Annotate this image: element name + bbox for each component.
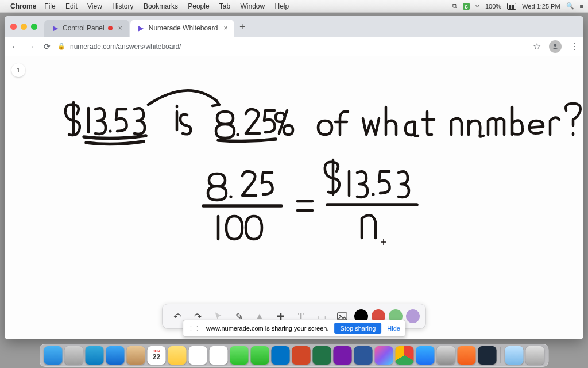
wifi-icon[interactable]: ⌔ [475,3,479,10]
dock-photos[interactable] [210,346,228,365]
dock-notes[interactable] [168,346,187,365]
dock-launchpad[interactable] [65,346,83,365]
dropbox-icon[interactable]: ⧉ [452,2,457,10]
minimize-window-button[interactable] [21,24,27,30]
dock-word[interactable] [354,346,373,365]
screencast-icon[interactable]: c [463,3,470,10]
menu-history[interactable]: History [112,2,133,10]
dock-itunes[interactable] [375,346,393,365]
stop-sharing-button[interactable]: Stop sharing [334,323,381,334]
tab2-close-icon[interactable]: × [223,24,227,32]
spotlight-icon[interactable]: 🔍 [566,2,574,10]
dock-safari[interactable] [86,346,104,365]
address-bar[interactable] [70,43,219,51]
svg-point-1 [109,129,111,132]
window-controls [10,24,37,30]
tab1-favicon-icon: ▶ [51,24,59,32]
tab2-title: Numerade Whiteboard [149,24,218,32]
dock-excel[interactable] [313,346,331,365]
dock-outlook[interactable] [272,346,290,365]
screenshare-bar: ⋮⋮ www.numerade.com is sharing your scre… [183,320,405,337]
sharebar-message: www.numerade.com is sharing your screen. [206,325,328,332]
dock-folder[interactable] [505,346,524,365]
dock-trash[interactable] [526,346,544,365]
forward-button[interactable]: → [25,42,37,51]
reload-button[interactable]: ⟳ [41,42,53,51]
menu-help[interactable]: Help [275,2,289,10]
hide-sharebar-button[interactable]: Hide [387,325,400,332]
dock-app2[interactable] [478,346,497,365]
page-content: 1 [5,56,583,339]
macos-dock: JUN22 [40,344,549,367]
battery-icon: ▮▮ [507,3,516,10]
menu-tab[interactable]: Tab [219,2,230,10]
svg-point-4 [372,193,374,195]
menu-people[interactable]: People [188,2,209,10]
dock-chrome[interactable] [396,346,414,365]
menubar-menus: File Edit View History Bookmarks People … [44,2,297,10]
chrome-menu-icon[interactable]: ⋮ [570,41,579,52]
svg-point-0 [554,44,557,47]
chrome-window: ▶ Control Panel × ▶ Numerade Whiteboard … [5,16,583,339]
menubar-app-name[interactable]: Chrome [10,2,36,10]
dock-settings[interactable] [437,346,455,365]
dock-mail[interactable] [106,346,125,365]
svg-point-2 [236,133,239,136]
window-tabstrip: ▶ Control Panel × ▶ Numerade Whiteboard … [5,16,583,37]
menubar-status: ⧉ c ⌔ 100% ▮▮ Wed 1:25 PM 🔍 ≡ [452,2,583,10]
dock-app1[interactable] [458,346,476,365]
menu-view[interactable]: View [87,2,102,10]
back-button[interactable]: ← [9,42,21,51]
dock-calendar[interactable]: JUN22 [148,346,166,365]
dock-powerpoint[interactable] [292,346,311,365]
dock-messages[interactable] [230,346,249,365]
menu-edit[interactable]: Edit [65,2,78,10]
tab-control-panel[interactable]: ▶ Control Panel × [44,20,129,37]
close-window-button[interactable] [10,24,17,30]
lock-icon[interactable]: 🔒 [57,43,65,50]
recording-indicator-icon [108,26,113,30]
tab2-favicon-icon: ▶ [137,24,145,32]
battery-percent: 100% [485,3,501,10]
dock-appstore[interactable] [416,346,435,365]
new-tab-button[interactable]: ＋ [235,20,249,33]
bookmark-star-icon[interactable]: ☆ [533,41,541,52]
whiteboard-canvas[interactable] [5,56,583,339]
menu-bookmarks[interactable]: Bookmarks [144,2,178,10]
color-purple[interactable] [406,309,420,323]
sharebar-grip-icon[interactable]: ⋮⋮ [188,325,200,332]
menubar-clock[interactable]: Wed 1:25 PM [522,3,560,10]
tab-numerade-whiteboard[interactable]: ▶ Numerade Whiteboard × [130,20,235,37]
dock-facetime[interactable] [251,346,269,365]
dock-reminders[interactable] [189,346,207,365]
dock-separator [501,347,501,363]
menu-file[interactable]: File [44,2,55,10]
browser-toolbar: ← → ⟳ 🔒 ☆ ⋮ [5,37,583,56]
dock-contacts[interactable] [127,346,145,365]
dock-onenote[interactable] [334,346,352,365]
menu-window[interactable]: Window [240,2,265,10]
tab1-title: Control Panel [63,24,105,32]
dock-finder[interactable] [44,346,63,365]
macos-menubar: Chrome File Edit View History Bookmarks … [0,0,588,13]
profile-avatar-icon[interactable] [549,40,562,53]
tab1-close-icon[interactable]: × [118,24,122,32]
fullscreen-window-button[interactable] [31,24,37,30]
svg-point-3 [229,195,232,198]
menu-icon[interactable]: ≡ [580,3,583,10]
